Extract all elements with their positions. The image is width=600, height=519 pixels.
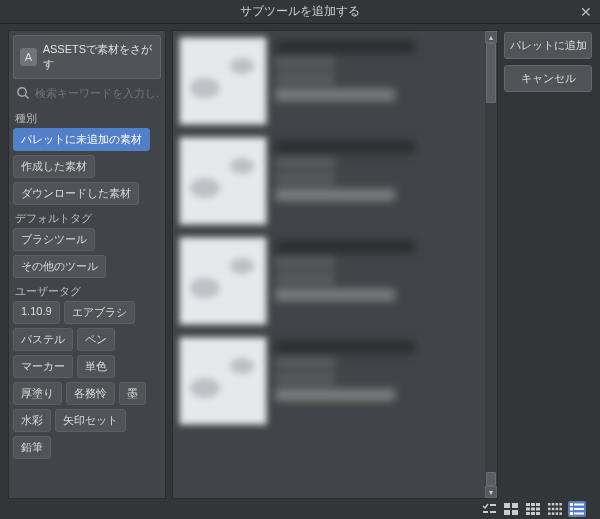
svg-rect-20: [556, 503, 559, 506]
filter-chip[interactable]: マーカー: [13, 355, 73, 378]
filter-chip[interactable]: 各務怜: [66, 382, 115, 405]
filter-chip[interactable]: 矢印セット: [55, 409, 126, 432]
svg-rect-4: [490, 511, 496, 513]
view-checklist-icon[interactable]: [480, 501, 498, 517]
search-icon: [15, 85, 31, 101]
svg-rect-21: [559, 503, 562, 506]
list-item[interactable]: [173, 231, 483, 331]
svg-rect-10: [531, 503, 535, 506]
svg-rect-14: [536, 508, 540, 511]
view-grid-icon[interactable]: [524, 501, 542, 517]
list-item[interactable]: [173, 31, 483, 131]
svg-rect-15: [526, 512, 530, 515]
list-item[interactable]: [173, 131, 483, 231]
view-mode-bar: [0, 499, 600, 517]
filter-chip[interactable]: ダウンロードした素材: [13, 182, 139, 205]
material-thumbnail: [179, 337, 267, 425]
svg-rect-25: [559, 508, 562, 511]
material-meta: [275, 137, 477, 225]
assets-search-button[interactable]: A ASSETSで素材をさがす: [13, 35, 161, 79]
svg-rect-28: [556, 512, 559, 515]
add-to-palette-button[interactable]: パレットに追加: [504, 32, 592, 59]
svg-rect-29: [559, 512, 562, 515]
svg-point-0: [18, 88, 26, 96]
view-large-grid-icon[interactable]: [502, 501, 520, 517]
assets-icon: A: [20, 48, 37, 66]
search-input[interactable]: [35, 87, 159, 99]
list-item[interactable]: [173, 331, 483, 431]
svg-rect-31: [574, 504, 584, 506]
svg-rect-11: [536, 503, 540, 506]
cancel-button[interactable]: キャンセル: [504, 65, 592, 92]
svg-rect-17: [536, 512, 540, 515]
filter-chip[interactable]: 作成した素材: [13, 155, 95, 178]
filter-group-label: 種別: [13, 107, 161, 126]
close-icon[interactable]: ✕: [578, 4, 594, 20]
material-meta: [275, 237, 477, 325]
svg-rect-13: [531, 508, 535, 511]
view-detail-list-icon[interactable]: [568, 501, 586, 517]
svg-rect-18: [548, 503, 551, 506]
material-list-panel: ▴ ▾: [172, 30, 498, 499]
svg-rect-22: [548, 508, 551, 511]
scroll-track[interactable]: [485, 43, 497, 486]
search-row: [13, 83, 161, 103]
filter-chip[interactable]: 厚塗り: [13, 382, 62, 405]
svg-rect-34: [570, 512, 573, 515]
assets-button-label: ASSETSで素材をさがす: [43, 42, 154, 72]
filter-chip[interactable]: ペン: [77, 328, 115, 351]
svg-rect-26: [548, 512, 551, 515]
filter-group-label: ユーザータグ: [13, 280, 161, 299]
svg-rect-30: [570, 503, 573, 506]
filter-group-label: デフォルトタグ: [13, 207, 161, 226]
sidebar: A ASSETSで素材をさがす 種別パレットに未追加の素材作成した素材ダウンロー…: [8, 30, 166, 499]
filter-chip[interactable]: 水彩: [13, 409, 51, 432]
scrollbar: ▴ ▾: [485, 31, 497, 498]
filter-chip[interactable]: エアブラシ: [64, 301, 135, 324]
svg-rect-24: [556, 508, 559, 511]
filter-chip[interactable]: その他のツール: [13, 255, 106, 278]
svg-rect-12: [526, 508, 530, 511]
svg-rect-27: [552, 512, 555, 515]
svg-rect-5: [504, 503, 510, 508]
svg-rect-35: [574, 513, 584, 515]
material-meta: [275, 37, 477, 125]
filter-chip[interactable]: 1.10.9: [13, 301, 60, 324]
svg-rect-33: [574, 508, 584, 510]
material-meta: [275, 337, 477, 425]
dialog-title: サブツールを追加する: [240, 3, 360, 20]
svg-rect-23: [552, 508, 555, 511]
action-column: パレットに追加 キャンセル: [504, 30, 592, 499]
svg-rect-16: [531, 512, 535, 515]
svg-rect-3: [483, 511, 488, 513]
view-small-grid-icon[interactable]: [546, 501, 564, 517]
filter-chip[interactable]: ブラシツール: [13, 228, 95, 251]
scroll-thumb[interactable]: [486, 43, 496, 103]
svg-rect-2: [490, 504, 496, 506]
svg-rect-8: [512, 510, 518, 515]
scroll-down-button[interactable]: ▾: [485, 486, 497, 498]
svg-line-1: [25, 95, 28, 98]
svg-rect-9: [526, 503, 530, 506]
material-thumbnail: [179, 137, 267, 225]
svg-rect-7: [504, 510, 510, 515]
filter-chip[interactable]: パステル: [13, 328, 73, 351]
svg-rect-6: [512, 503, 518, 508]
filter-chip[interactable]: 墨: [119, 382, 146, 405]
scroll-up-button[interactable]: ▴: [485, 31, 497, 43]
svg-rect-32: [570, 508, 573, 511]
material-thumbnail: [179, 37, 267, 125]
material-thumbnail: [179, 237, 267, 325]
filter-chip[interactable]: 単色: [77, 355, 115, 378]
filter-chip[interactable]: 鉛筆: [13, 436, 51, 459]
filter-chip[interactable]: パレットに未追加の素材: [13, 128, 150, 151]
svg-rect-19: [552, 503, 555, 506]
scroll-thumb-bottom[interactable]: [486, 472, 496, 486]
